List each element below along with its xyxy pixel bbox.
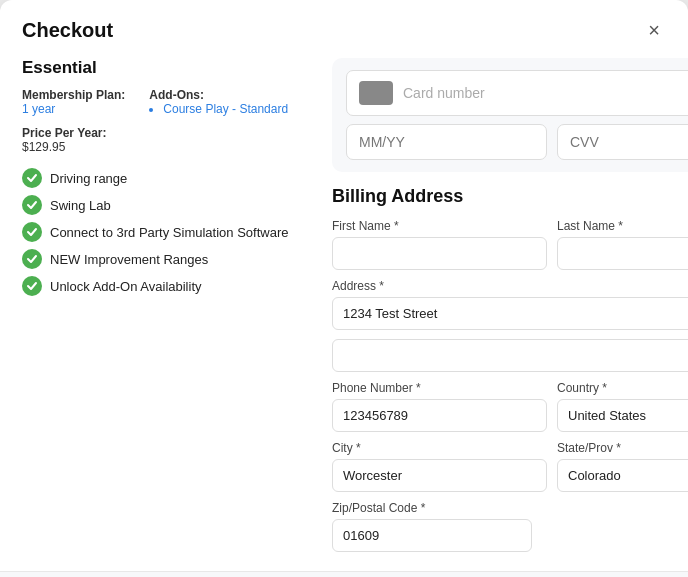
modal-body: Essential Membership Plan: 1 year Add-On…: [0, 42, 688, 571]
card-expiry-row: [346, 124, 688, 160]
plan-meta: Membership Plan: 1 year Add-Ons: Course …: [22, 88, 312, 116]
city-state-row: City * State/Prov *: [332, 441, 688, 492]
check-icon-4: [22, 249, 42, 269]
first-name-label: First Name *: [332, 219, 547, 233]
last-name-label: Last Name *: [557, 219, 688, 233]
addons-list: Course Play - Standard: [149, 102, 288, 116]
feature-driving-range: Driving range: [22, 168, 312, 188]
feature-swing-lab: Swing Lab: [22, 195, 312, 215]
zip-row: Zip/Postal Code *: [332, 501, 688, 552]
right-panel: Card number Billing Address First Name *…: [332, 52, 688, 561]
country-group: Country *: [557, 381, 688, 432]
card-number-placeholder: Card number: [403, 85, 485, 101]
membership-label: Membership Plan:: [22, 88, 125, 102]
address-row: Address *: [332, 279, 688, 330]
name-row: First Name * Last Name *: [332, 219, 688, 270]
city-input[interactable]: [332, 459, 547, 492]
feature-label-3: Connect to 3rd Party Simulation Software: [50, 225, 288, 240]
membership-value: 1 year: [22, 102, 125, 116]
feature-label-4: NEW Improvement Ranges: [50, 252, 208, 267]
address2-group: [332, 339, 688, 372]
country-input[interactable]: [557, 399, 688, 432]
country-label: Country *: [557, 381, 688, 395]
last-name-input[interactable]: [557, 237, 688, 270]
address2-row: [332, 339, 688, 372]
first-name-group: First Name *: [332, 219, 547, 270]
address-input[interactable]: [332, 297, 688, 330]
city-label: City *: [332, 441, 547, 455]
card-number-row: Card number: [346, 70, 688, 116]
zip-input[interactable]: [332, 519, 532, 552]
check-icon-3: [22, 222, 42, 242]
billing-title: Billing Address: [332, 186, 688, 207]
address2-input[interactable]: [332, 339, 688, 372]
close-button[interactable]: ×: [642, 18, 666, 42]
check-icon-2: [22, 195, 42, 215]
phone-label: Phone Number *: [332, 381, 547, 395]
plan-name: Essential: [22, 58, 312, 78]
address-label: Address *: [332, 279, 688, 293]
features-list: Driving range Swing Lab Connect to 3rd P…: [22, 168, 312, 296]
left-panel: Essential Membership Plan: 1 year Add-On…: [22, 52, 312, 561]
addon-item: Course Play - Standard: [163, 102, 288, 116]
phone-group: Phone Number *: [332, 381, 547, 432]
checkout-modal: Checkout × Essential Membership Plan: 1 …: [0, 0, 688, 577]
state-label: State/Prov *: [557, 441, 688, 455]
feature-label-2: Swing Lab: [50, 198, 111, 213]
modal-title: Checkout: [22, 19, 113, 42]
zip-group: Zip/Postal Code *: [332, 501, 688, 552]
card-section: Card number: [332, 58, 688, 172]
modal-footer: Total: $265.57 (included $15.62 tax) ‹ B…: [0, 571, 688, 577]
last-name-group: Last Name *: [557, 219, 688, 270]
check-icon-5: [22, 276, 42, 296]
check-icon-1: [22, 168, 42, 188]
feature-addon-availability: Unlock Add-On Availability: [22, 276, 312, 296]
phone-input[interactable]: [332, 399, 547, 432]
addons-col: Add-Ons: Course Play - Standard: [149, 88, 288, 116]
address-group: Address *: [332, 279, 688, 330]
price-label: Price Per Year:: [22, 126, 312, 140]
price-value: $129.95: [22, 140, 312, 154]
feature-label-1: Driving range: [50, 171, 127, 186]
city-group: City *: [332, 441, 547, 492]
card-chip-icon: [359, 81, 393, 105]
state-group: State/Prov *: [557, 441, 688, 492]
first-name-input[interactable]: [332, 237, 547, 270]
feature-improvement-ranges: NEW Improvement Ranges: [22, 249, 312, 269]
card-cvv-input[interactable]: [557, 124, 688, 160]
membership-col: Membership Plan: 1 year: [22, 88, 125, 116]
modal-header: Checkout ×: [0, 0, 688, 42]
state-input[interactable]: [557, 459, 688, 492]
feature-3rd-party: Connect to 3rd Party Simulation Software: [22, 222, 312, 242]
phone-country-row: Phone Number * Country *: [332, 381, 688, 432]
feature-label-5: Unlock Add-On Availability: [50, 279, 202, 294]
card-expiry-input[interactable]: [346, 124, 547, 160]
addons-label: Add-Ons:: [149, 88, 288, 102]
zip-label: Zip/Postal Code *: [332, 501, 688, 515]
